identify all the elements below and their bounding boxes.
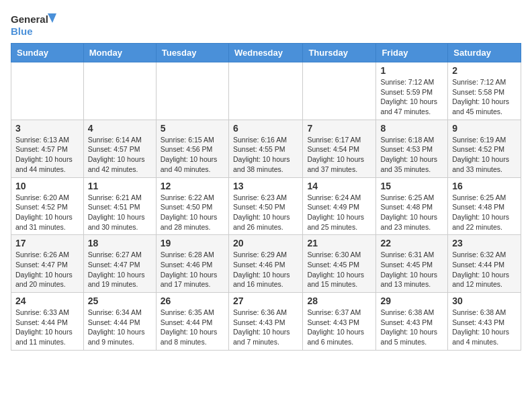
day-info: Sunrise: 6:14 AM Sunset: 4:57 PM Dayligh…	[88, 135, 152, 175]
day-info: Sunrise: 6:38 AM Sunset: 4:43 PM Dayligh…	[380, 308, 443, 347]
calendar-cell: 13Sunrise: 6:23 AM Sunset: 4:50 PM Dayli…	[228, 177, 302, 235]
day-number: 8	[380, 123, 443, 134]
calendar-header-row: SundayMondayTuesdayWednesdayThursdayFrid…	[11, 44, 521, 62]
day-number: 10	[15, 181, 79, 191]
calendar-cell	[11, 62, 84, 120]
day-info: Sunrise: 6:32 AM Sunset: 4:44 PM Dayligh…	[452, 250, 517, 289]
day-info: Sunrise: 6:25 AM Sunset: 4:48 PM Dayligh…	[452, 193, 517, 232]
day-info: Sunrise: 6:31 AM Sunset: 4:45 PM Dayligh…	[380, 250, 443, 289]
calendar-cell: 12Sunrise: 6:22 AM Sunset: 4:50 PM Dayli…	[156, 177, 228, 235]
calendar-cell: 11Sunrise: 6:21 AM Sunset: 4:51 PM Dayli…	[83, 177, 156, 235]
calendar-cell: 24Sunrise: 6:33 AM Sunset: 4:44 PM Dayli…	[11, 293, 84, 351]
weekday-header-tuesday: Tuesday	[156, 44, 228, 62]
weekday-header-saturday: Saturday	[448, 44, 521, 62]
calendar-cell: 6Sunrise: 6:16 AM Sunset: 4:55 PM Daylig…	[228, 120, 302, 177]
calendar-cell: 3Sunrise: 6:13 AM Sunset: 4:57 PM Daylig…	[11, 120, 84, 177]
calendar-cell: 30Sunrise: 6:38 AM Sunset: 4:43 PM Dayli…	[448, 293, 521, 351]
weekday-header-monday: Monday	[83, 44, 156, 62]
calendar-cell: 16Sunrise: 6:25 AM Sunset: 4:48 PM Dayli…	[448, 177, 521, 235]
day-info: Sunrise: 6:24 AM Sunset: 4:49 PM Dayligh…	[307, 193, 371, 232]
day-number: 14	[307, 181, 371, 191]
day-number: 18	[88, 238, 152, 248]
day-number: 4	[88, 123, 152, 134]
logo-icon: GeneralBlue	[11, 11, 64, 38]
day-info: Sunrise: 7:12 AM Sunset: 5:59 PM Dayligh…	[380, 77, 443, 117]
day-info: Sunrise: 6:21 AM Sunset: 4:51 PM Dayligh…	[88, 193, 152, 232]
weekday-header-sunday: Sunday	[11, 44, 84, 62]
day-number: 22	[380, 238, 443, 248]
calendar-cell: 21Sunrise: 6:30 AM Sunset: 4:45 PM Dayli…	[303, 235, 376, 293]
day-info: Sunrise: 6:38 AM Sunset: 4:43 PM Dayligh…	[452, 308, 517, 347]
calendar-cell: 14Sunrise: 6:24 AM Sunset: 4:49 PM Dayli…	[303, 177, 376, 235]
calendar-cell: 19Sunrise: 6:28 AM Sunset: 4:46 PM Dayli…	[156, 235, 228, 293]
day-info: Sunrise: 6:33 AM Sunset: 4:44 PM Dayligh…	[15, 308, 79, 347]
day-info: Sunrise: 6:34 AM Sunset: 4:44 PM Dayligh…	[88, 308, 152, 347]
day-number: 20	[233, 238, 298, 248]
calendar-cell: 10Sunrise: 6:20 AM Sunset: 4:52 PM Dayli…	[11, 177, 84, 235]
weekday-header-thursday: Thursday	[303, 44, 376, 62]
calendar-cell	[83, 62, 156, 120]
day-info: Sunrise: 6:35 AM Sunset: 4:44 PM Dayligh…	[161, 308, 224, 347]
day-number: 7	[307, 123, 371, 134]
calendar-week-2: 3Sunrise: 6:13 AM Sunset: 4:57 PM Daylig…	[11, 120, 521, 177]
day-number: 21	[307, 238, 371, 248]
day-number: 2	[452, 65, 517, 76]
calendar-cell: 15Sunrise: 6:25 AM Sunset: 4:48 PM Dayli…	[376, 177, 448, 235]
day-info: Sunrise: 6:29 AM Sunset: 4:46 PM Dayligh…	[233, 250, 298, 289]
day-info: Sunrise: 6:28 AM Sunset: 4:46 PM Dayligh…	[161, 250, 224, 289]
day-number: 3	[15, 123, 79, 134]
day-number: 19	[161, 238, 224, 248]
calendar-cell	[228, 62, 302, 120]
calendar-cell: 17Sunrise: 6:26 AM Sunset: 4:47 PM Dayli…	[11, 235, 84, 293]
logo: GeneralBlue	[11, 11, 67, 38]
day-info: Sunrise: 6:22 AM Sunset: 4:50 PM Dayligh…	[161, 193, 224, 232]
calendar-table: SundayMondayTuesdayWednesdayThursdayFrid…	[11, 43, 521, 351]
day-number: 27	[233, 295, 298, 306]
calendar-cell: 20Sunrise: 6:29 AM Sunset: 4:46 PM Dayli…	[228, 235, 302, 293]
day-info: Sunrise: 6:19 AM Sunset: 4:52 PM Dayligh…	[452, 135, 517, 175]
day-info: Sunrise: 6:37 AM Sunset: 4:43 PM Dayligh…	[307, 308, 371, 347]
page-header: GeneralBlue	[11, 11, 521, 38]
calendar-cell: 4Sunrise: 6:14 AM Sunset: 4:57 PM Daylig…	[83, 120, 156, 177]
day-number: 17	[15, 238, 79, 248]
calendar-cell: 28Sunrise: 6:37 AM Sunset: 4:43 PM Dayli…	[303, 293, 376, 351]
day-number: 13	[233, 181, 298, 191]
day-number: 5	[161, 123, 224, 134]
day-info: Sunrise: 6:15 AM Sunset: 4:56 PM Dayligh…	[161, 135, 224, 175]
calendar-cell	[303, 62, 376, 120]
calendar-week-1: 1Sunrise: 7:12 AM Sunset: 5:59 PM Daylig…	[11, 62, 521, 120]
calendar-week-4: 17Sunrise: 6:26 AM Sunset: 4:47 PM Dayli…	[11, 235, 521, 293]
weekday-header-wednesday: Wednesday	[228, 44, 302, 62]
day-number: 9	[452, 123, 517, 134]
day-number: 11	[88, 181, 152, 191]
day-info: Sunrise: 6:20 AM Sunset: 4:52 PM Dayligh…	[15, 193, 79, 232]
day-info: Sunrise: 6:17 AM Sunset: 4:54 PM Dayligh…	[307, 135, 371, 175]
calendar-week-5: 24Sunrise: 6:33 AM Sunset: 4:44 PM Dayli…	[11, 293, 521, 351]
calendar-cell: 22Sunrise: 6:31 AM Sunset: 4:45 PM Dayli…	[376, 235, 448, 293]
calendar-cell: 1Sunrise: 7:12 AM Sunset: 5:59 PM Daylig…	[376, 62, 448, 120]
day-number: 26	[161, 295, 224, 306]
calendar-cell	[156, 62, 228, 120]
svg-marker-2	[48, 13, 56, 23]
day-info: Sunrise: 6:27 AM Sunset: 4:47 PM Dayligh…	[88, 250, 152, 289]
day-info: Sunrise: 6:30 AM Sunset: 4:45 PM Dayligh…	[307, 250, 371, 289]
day-number: 6	[233, 123, 298, 134]
day-number: 30	[452, 295, 517, 306]
day-info: Sunrise: 6:26 AM Sunset: 4:47 PM Dayligh…	[15, 250, 79, 289]
calendar-cell: 2Sunrise: 7:12 AM Sunset: 5:58 PM Daylig…	[448, 62, 521, 120]
day-info: Sunrise: 6:18 AM Sunset: 4:53 PM Dayligh…	[380, 135, 443, 175]
svg-text:General: General	[11, 13, 48, 25]
day-info: Sunrise: 7:12 AM Sunset: 5:58 PM Dayligh…	[452, 77, 517, 117]
day-number: 16	[452, 181, 517, 191]
calendar-cell: 27Sunrise: 6:36 AM Sunset: 4:43 PM Dayli…	[228, 293, 302, 351]
day-number: 24	[15, 295, 79, 306]
calendar-cell: 9Sunrise: 6:19 AM Sunset: 4:52 PM Daylig…	[448, 120, 521, 177]
weekday-header-friday: Friday	[376, 44, 448, 62]
day-info: Sunrise: 6:25 AM Sunset: 4:48 PM Dayligh…	[380, 193, 443, 232]
day-info: Sunrise: 6:13 AM Sunset: 4:57 PM Dayligh…	[15, 135, 79, 175]
day-number: 1	[380, 65, 443, 76]
day-number: 23	[452, 238, 517, 248]
day-info: Sunrise: 6:23 AM Sunset: 4:50 PM Dayligh…	[233, 193, 298, 232]
calendar-cell: 18Sunrise: 6:27 AM Sunset: 4:47 PM Dayli…	[83, 235, 156, 293]
svg-text:Blue: Blue	[11, 26, 33, 37]
